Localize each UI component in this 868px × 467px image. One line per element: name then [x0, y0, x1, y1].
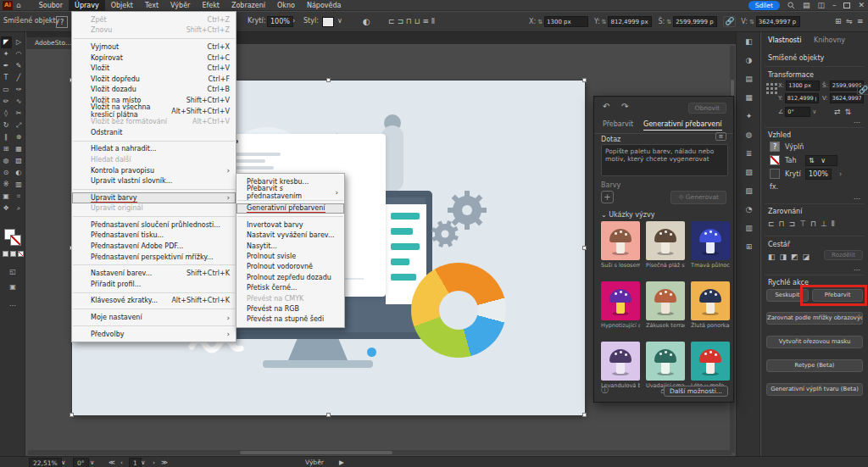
horizontal-scrollbar-thumb[interactable] — [240, 451, 392, 454]
menu-item-p-ednastaven-adobe-pdf[interactable]: Přednastavení Adobe PDF... — [72, 241, 236, 252]
transform-more-icon[interactable]: … — [854, 117, 861, 125]
color-guide-panel-icon[interactable]: ◑ — [737, 51, 761, 69]
align-shortcut-icons[interactable]: ⊏ ⊐ ⊓ ⊔ ≡ ⫴ — [388, 17, 435, 26]
rotation-field[interactable]: ∠ ∨ — [778, 107, 816, 117]
intersect-icon[interactable]: ◩ — [791, 253, 798, 261]
eyedropper-tool-icon[interactable]: ⊙ — [1, 167, 12, 179]
pencil-tool-icon[interactable]: ✏ — [1, 96, 12, 108]
first-artboard-icon[interactable]: ≪ — [108, 458, 115, 467]
style-dropdown-icon[interactable]: ∨ — [337, 17, 342, 25]
sample-swatch-hypnotizuj-c-d[interactable]: Hypnotizující d... — [601, 281, 640, 331]
menu-pravy[interactable]: Úpravy — [69, 0, 105, 11]
selection-handle[interactable] — [70, 413, 74, 417]
sample-prompts-toggle[interactable]: ⌄ Ukázky výzvy — [601, 211, 654, 219]
sample-swatch-uvadaj-c-smara[interactable]: Uvadající smara... — [646, 342, 685, 391]
home-icon[interactable]: ⌂ — [16, 1, 21, 9]
align-center-v-icon[interactable]: ⊓ — [810, 220, 816, 229]
type-tool-icon[interactable]: T — [1, 72, 12, 84]
sample-swatch-l-to-u-mo-e[interactable]: Léto u moře — [691, 342, 730, 391]
menu-item-vlo-it-dop-edu[interactable]: Vložit dopředuCtrl+F — [72, 74, 236, 85]
document-setup-globe-icon[interactable]: ◐ — [363, 17, 370, 26]
stepper-icon[interactable]: ⇅ — [666, 19, 671, 25]
controlbar-field-x[interactable]: X:⇅ — [529, 16, 588, 27]
menu-item-p-i-adit-profil[interactable]: Přiřadit profil... — [72, 279, 236, 290]
stroke-swatch[interactable] — [770, 155, 780, 165]
opacity-more-icon[interactable]: › — [292, 17, 295, 25]
menu-efekt[interactable]: Efekt — [196, 0, 225, 11]
shape-builder-tool-icon[interactable]: ⊞ — [1, 143, 12, 155]
rotation-dropdown-icon[interactable]: ∨ — [812, 108, 816, 115]
undo-icon[interactable]: ↶ — [603, 102, 609, 111]
prev-artboard-icon[interactable]: ‹ — [120, 458, 123, 467]
menu-n-pov-da[interactable]: Nápověda — [301, 0, 348, 11]
selection-handle[interactable] — [326, 78, 331, 82]
pathfinder-more-icon[interactable]: … — [854, 264, 861, 272]
menu-item-p-ednastaven-tisku[interactable]: Přednastavení tisku... — [72, 231, 236, 242]
horizontal-scrollbar[interactable] — [28, 450, 732, 455]
color-button[interactable] — [3, 251, 8, 257]
menu-item-p-ednastaven-slou-en-pr-hlednosti[interactable]: Přednastavení sloučení průhlednosti... — [72, 220, 236, 231]
menu-item-kl-vesov-zkratky[interactable]: Klávesové zkratky...Alt+Shift+Ctrl+K — [72, 296, 236, 307]
artboard-tool-icon[interactable]: ▣ — [1, 191, 12, 203]
stroke-weight-box[interactable]: ⇅ ∨ — [805, 155, 837, 166]
toolbar-more-icon[interactable]: … — [0, 300, 25, 308]
zoom-tool-icon[interactable]: ⌕ — [14, 203, 25, 214]
link-dimensions-icon[interactable]: 🔗 — [857, 85, 868, 95]
perspective-grid-tool-icon[interactable]: ▦ — [14, 143, 25, 155]
submenu-item-invertovat-barvy[interactable]: Invertovat barvy — [236, 220, 344, 230]
rotation-value[interactable]: 0° — [73, 458, 89, 467]
controlbar-field-input[interactable] — [608, 16, 652, 27]
zoom-level-value[interactable]: 22,51% — [29, 458, 62, 467]
sample-swatch-p-se-n-pl-s-k[interactable]: Písečná pláž s k... — [646, 221, 685, 270]
menu-item-odstranit[interactable]: Odstranit — [72, 127, 236, 138]
swatches-panel-icon[interactable]: ▦ — [737, 88, 761, 107]
controlbar-field-input[interactable] — [673, 16, 717, 27]
color-mode-row[interactable] — [3, 251, 24, 257]
submenu-item-p-etisk-ern[interactable]: Přetisk černé... — [236, 283, 344, 293]
menu-item-hledat-a-nahradit[interactable]: Hledat a nahradit... — [72, 144, 236, 155]
panel-menu-icon[interactable]: ≡ — [857, 17, 864, 25]
gradient-tool-icon[interactable]: ▧ — [14, 155, 25, 167]
tab-recolor[interactable]: Přebarvit — [603, 120, 633, 128]
sample-swatch-levandulov-bo[interactable]: Levandulová bo... — [601, 342, 640, 391]
sample-swatch-tile[interactable] — [691, 221, 730, 260]
align-left-icon[interactable]: ⊏ — [768, 220, 775, 229]
share-button[interactable]: Sdílet — [748, 1, 780, 10]
divide-button[interactable]: Rozdělit — [824, 250, 863, 260]
sample-swatch-tile[interactable] — [601, 342, 640, 381]
rectangle-tool-icon[interactable]: ▭ — [1, 84, 12, 96]
submenu-item-p-ev-st-na-stupn-edi[interactable]: Převést na stupně šedi — [236, 314, 344, 325]
opacity-more-icon[interactable]: › — [839, 170, 842, 178]
symbols-panel-icon[interactable]: ◍ — [737, 125, 761, 144]
link-dimensions-icon[interactable]: 🔗 — [723, 16, 736, 27]
sample-swatch-tile[interactable] — [601, 221, 640, 260]
restore-icon[interactable] — [843, 3, 850, 8]
menu-objekt[interactable]: Objekt — [105, 0, 139, 11]
artboards-panel-icon[interactable]: ⊞ — [737, 237, 761, 256]
sample-swatch-tmav-p-lnoc[interactable]: Tmavá půlnoc — [691, 221, 730, 270]
add-color-button[interactable]: + — [601, 191, 614, 203]
rotation-dropdown-icon[interactable]: ∨ — [90, 458, 95, 467]
quick-action-vytvo-it-o-ezovou-masku[interactable]: Vytvořit ořezovou masku — [766, 336, 863, 348]
submenu-item-p-ebarvit-s-p-ednastaven-m[interactable]: Přebarvit s přednastavením› — [236, 186, 344, 197]
stepper-icon[interactable]: ⇅ — [749, 19, 754, 25]
appearance-panel-icon[interactable]: ◔ — [737, 200, 761, 219]
mesh-tool-icon[interactable]: ◍ — [1, 155, 12, 167]
sample-swatch-tile[interactable] — [646, 281, 685, 320]
exclude-icon[interactable]: ◪ — [803, 253, 810, 261]
arrange-icon[interactable]: ⇋ — [846, 17, 853, 25]
generate-button[interactable]: ⟐ Generovat — [670, 191, 726, 204]
column-graph-tool-icon[interactable]: ▥ — [14, 179, 25, 191]
flip-icons[interactable]: ⇄⇅ — [834, 108, 851, 116]
submenu-item-prolnout-zep-edu-dozadu[interactable]: Prolnout zepředu dozadu — [236, 272, 344, 282]
rotate-tool-icon[interactable]: ↻ — [1, 120, 12, 131]
sample-swatch-tile[interactable] — [691, 342, 730, 381]
quick-action-seskupit[interactable]: Seskupit — [766, 289, 809, 302]
flip-horizontal-icon[interactable]: ⇄ — [834, 108, 841, 116]
workspace-icon[interactable]: ▤ — [803, 1, 810, 10]
slice-tool-icon[interactable]: ⌗ — [14, 191, 25, 203]
prompt-menu-icon[interactable]: ≡ — [715, 132, 726, 141]
curvature-tool-icon[interactable]: ✎ — [14, 60, 25, 72]
info-icon[interactable]: ⓘ — [601, 385, 609, 396]
status-more-icon[interactable]: ▶ — [339, 458, 344, 467]
